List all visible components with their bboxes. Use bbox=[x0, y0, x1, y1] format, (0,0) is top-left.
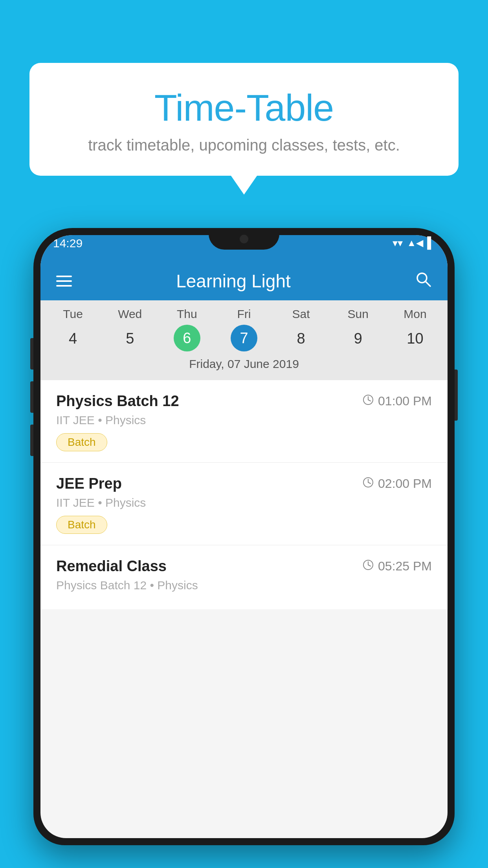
schedule-item-2[interactable]: JEE Prep 02:00 PM bbox=[40, 463, 448, 545]
clock-icon-1 bbox=[362, 394, 374, 408]
schedule-list: Physics Batch 12 01:00 PM bbox=[40, 380, 448, 609]
day-tue: Tue bbox=[44, 307, 101, 321]
schedule-item-3-title: Remedial Class bbox=[56, 558, 167, 575]
phone-container: 14:29 ▾▾ ▲◀ ▌ Learning Light bbox=[33, 228, 455, 868]
app-title: Learning Light bbox=[52, 270, 415, 292]
side-button-vol-up bbox=[30, 338, 33, 370]
schedule-item-1[interactable]: Physics Batch 12 01:00 PM bbox=[40, 380, 448, 463]
phone-outer: 14:29 ▾▾ ▲◀ ▌ Learning Light bbox=[33, 228, 455, 845]
day-headers: Tue Wed Thu Fri Sat Sun Mon bbox=[40, 307, 448, 321]
search-icon[interactable] bbox=[415, 270, 432, 292]
day-fri: Fri bbox=[215, 307, 272, 321]
schedule-item-3-meta: Physics Batch 12 • Physics bbox=[56, 579, 432, 592]
day-thu: Thu bbox=[158, 307, 215, 321]
signal-icon: ▲◀ bbox=[407, 237, 423, 248]
schedule-item-1-header: Physics Batch 12 01:00 PM bbox=[56, 393, 432, 410]
schedule-item-3-header: Remedial Class 05:25 PM bbox=[56, 558, 432, 575]
schedule-item-2-time: 02:00 PM bbox=[362, 476, 432, 491]
phone-screen: Learning Light Tue Wed Thu Fri Sat Sun bbox=[40, 235, 448, 838]
schedule-item-2-meta: IIT JEE • Physics bbox=[56, 496, 432, 509]
side-button-vol-down bbox=[30, 381, 33, 413]
day-sat: Sat bbox=[273, 307, 330, 321]
date-9[interactable]: 9 bbox=[330, 325, 387, 353]
status-time: 14:29 bbox=[53, 237, 83, 250]
schedule-item-2-header: JEE Prep 02:00 PM bbox=[56, 475, 432, 492]
svg-line-1 bbox=[426, 281, 430, 286]
date-6-today[interactable]: 6 bbox=[174, 325, 200, 351]
schedule-item-2-title: JEE Prep bbox=[56, 475, 122, 492]
clock-icon-3 bbox=[362, 559, 374, 574]
schedule-item-1-title: Physics Batch 12 bbox=[56, 393, 179, 410]
status-icons: ▾▾ ▲◀ ▌ bbox=[393, 237, 435, 249]
svg-line-10 bbox=[368, 565, 371, 566]
date-10[interactable]: 10 bbox=[387, 325, 444, 353]
wifi-icon: ▾▾ bbox=[393, 237, 403, 249]
date-7-selected[interactable]: 7 bbox=[231, 325, 257, 351]
selected-date-label: Friday, 07 June 2019 bbox=[40, 353, 448, 377]
side-button-extra bbox=[30, 425, 33, 456]
schedule-item-1-badge: Batch bbox=[56, 433, 107, 451]
day-wed: Wed bbox=[101, 307, 158, 321]
schedule-item-3[interactable]: Remedial Class 05:25 PM bbox=[40, 545, 448, 609]
camera bbox=[240, 235, 248, 243]
date-8[interactable]: 8 bbox=[273, 325, 330, 353]
calendar-strip: Tue Wed Thu Fri Sat Sun Mon 4 5 6 7 8 9 … bbox=[40, 300, 448, 380]
day-mon: Mon bbox=[387, 307, 444, 321]
schedule-item-3-time: 05:25 PM bbox=[362, 559, 432, 574]
date-4[interactable]: 4 bbox=[44, 325, 101, 353]
schedule-item-1-time: 01:00 PM bbox=[362, 394, 432, 408]
date-5[interactable]: 5 bbox=[101, 325, 158, 353]
bubble-title: Time-Table bbox=[61, 86, 427, 129]
notch bbox=[209, 228, 279, 250]
battery-icon: ▌ bbox=[427, 237, 435, 249]
svg-line-4 bbox=[368, 400, 371, 401]
speech-bubble-container: Time-Table track timetable, upcoming cla… bbox=[29, 63, 459, 176]
speech-bubble: Time-Table track timetable, upcoming cla… bbox=[29, 63, 459, 176]
bubble-subtitle: track timetable, upcoming classes, tests… bbox=[61, 136, 427, 154]
schedule-item-1-meta: IIT JEE • Physics bbox=[56, 414, 432, 427]
day-sun: Sun bbox=[330, 307, 387, 321]
schedule-item-2-badge: Batch bbox=[56, 516, 107, 534]
day-numbers: 4 5 6 7 8 9 10 bbox=[40, 325, 448, 353]
svg-line-7 bbox=[368, 482, 371, 484]
clock-icon-2 bbox=[362, 476, 374, 491]
side-button-power bbox=[455, 370, 458, 421]
